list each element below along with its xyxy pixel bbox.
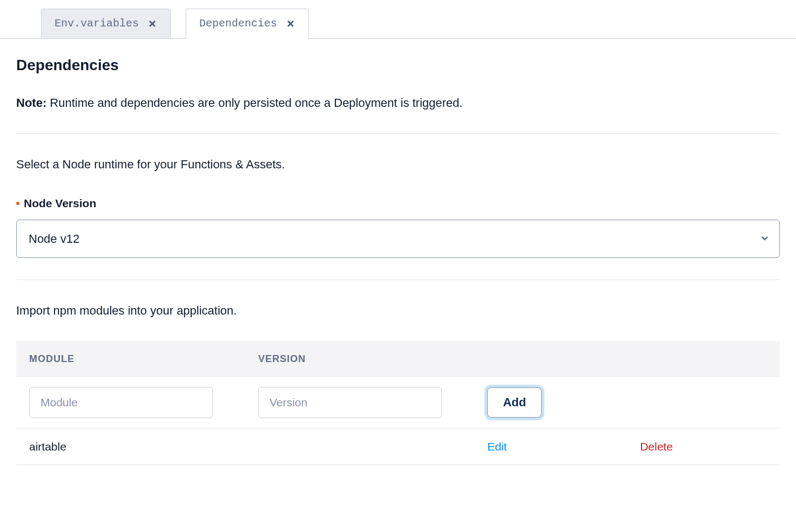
edit-link[interactable]: Edit <box>487 440 507 453</box>
tab-env-variables[interactable]: Env.variables <box>41 9 171 39</box>
node-version-label-row: Node Version <box>16 195 780 212</box>
note-line: Note: Runtime and dependencies are only … <box>16 94 780 112</box>
page-title: Dependencies <box>16 54 780 77</box>
module-name: airtable <box>29 440 66 453</box>
close-icon[interactable] <box>147 19 157 29</box>
divider <box>16 133 780 134</box>
tab-label: Dependencies <box>199 16 277 32</box>
node-version-select[interactable]: Node v12 <box>16 220 780 258</box>
close-icon[interactable] <box>286 19 295 29</box>
tab-label: Env.variables <box>55 16 139 32</box>
required-indicator-icon <box>16 202 19 205</box>
table-input-row: Add <box>16 377 780 428</box>
runtime-intro: Select a Node runtime for your Functions… <box>16 155 780 173</box>
col-header-version: VERSION <box>245 341 474 377</box>
table-row: airtable Edit Delete <box>16 428 780 465</box>
col-header-action1 <box>474 341 627 377</box>
add-button[interactable]: Add <box>487 387 542 418</box>
tabs-bar: Env.variables Dependencies <box>0 0 796 39</box>
col-header-module: MODULE <box>16 341 245 377</box>
module-input[interactable] <box>29 387 213 418</box>
divider <box>16 279 780 280</box>
table-header: MODULE VERSION <box>16 341 780 377</box>
col-header-action2 <box>627 341 780 377</box>
version-input[interactable] <box>258 387 442 418</box>
node-version-select-wrap: Node v12 <box>16 220 780 258</box>
tab-dependencies[interactable]: Dependencies <box>186 9 309 39</box>
note-text: Runtime and dependencies are only persis… <box>50 96 462 110</box>
modules-intro: Import npm modules into your application… <box>16 302 780 319</box>
modules-table: MODULE VERSION Add air <box>16 341 780 466</box>
delete-link[interactable]: Delete <box>640 440 673 453</box>
node-version-value: Node v12 <box>29 232 79 245</box>
node-version-label: Node Version <box>24 195 96 212</box>
tab-content: Dependencies Note: Runtime and dependenc… <box>0 39 796 487</box>
note-label: Note: <box>16 96 46 110</box>
